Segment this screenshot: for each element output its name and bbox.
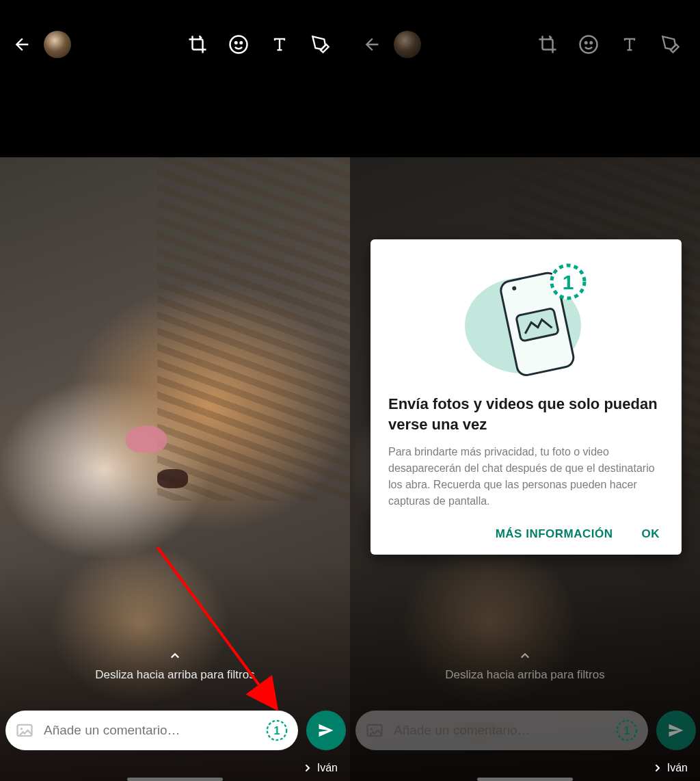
add-media-icon xyxy=(365,721,384,740)
send-button[interactable] xyxy=(306,711,346,750)
add-media-icon[interactable] xyxy=(15,721,34,740)
ok-button[interactable]: OK xyxy=(642,527,660,541)
filters-hint: Desliza hacia arriba para filtros xyxy=(350,648,700,682)
svg-text:1: 1 xyxy=(562,271,574,293)
svg-point-10 xyxy=(591,42,593,44)
svg-text:1: 1 xyxy=(624,724,630,737)
svg-point-12 xyxy=(371,728,373,730)
emoji-sticker-icon[interactable] xyxy=(228,34,249,55)
back-button[interactable] xyxy=(360,32,384,57)
svg-point-8 xyxy=(580,36,597,53)
svg-point-0 xyxy=(230,36,247,53)
nav-handle xyxy=(127,778,223,781)
dialog-title: Envía fotos y videos que solo puedan ver… xyxy=(388,394,664,434)
svg-point-2 xyxy=(241,42,243,44)
crop-rotate-icon[interactable] xyxy=(537,34,558,55)
svg-point-1 xyxy=(235,42,237,44)
view-once-toggle: 1 xyxy=(615,719,638,742)
back-button[interactable] xyxy=(10,32,34,57)
recipient-name: Iván xyxy=(667,762,688,774)
recipient-chip[interactable]: Iván xyxy=(302,762,338,774)
recipient-name: Iván xyxy=(317,762,338,774)
view-once-toggle[interactable]: 1 xyxy=(265,719,288,742)
caption-input[interactable] xyxy=(44,723,256,738)
right-screen: Desliza hacia arriba para filtros 1 Iván xyxy=(350,0,700,781)
editor-toolbar xyxy=(350,0,700,89)
left-screen: Desliza hacia arriba para filtros 1 Iván xyxy=(0,0,350,781)
bottom-bar: 1 xyxy=(350,709,700,752)
caption-input xyxy=(394,723,606,738)
emoji-sticker-icon[interactable] xyxy=(578,34,599,55)
recipient-chip: Iván xyxy=(652,762,688,774)
filters-hint-text: Desliza hacia arriba para filtros xyxy=(95,668,254,682)
svg-point-9 xyxy=(585,42,587,44)
chevron-up-icon xyxy=(167,648,183,664)
send-button xyxy=(656,711,696,750)
filters-hint-text: Desliza hacia arriba para filtros xyxy=(445,668,604,682)
view-once-info-dialog: 1 Envía fotos y videos que solo puedan v… xyxy=(371,239,682,555)
draw-tool-icon[interactable] xyxy=(310,34,331,55)
media-preview[interactable] xyxy=(0,157,350,781)
filters-hint[interactable]: Desliza hacia arriba para filtros xyxy=(0,648,350,682)
draw-tool-icon[interactable] xyxy=(660,34,681,55)
more-info-button[interactable]: MÁS INFORMACIÓN xyxy=(496,527,613,541)
nav-handle xyxy=(477,778,573,781)
svg-point-4 xyxy=(21,728,23,730)
chevron-up-icon xyxy=(517,648,533,664)
text-tool-icon[interactable] xyxy=(269,34,290,55)
chevron-right-icon xyxy=(652,763,663,773)
media-thumbnail[interactable] xyxy=(44,31,71,58)
caption-input-container: 1 xyxy=(355,711,648,750)
crop-rotate-icon[interactable] xyxy=(187,34,208,55)
text-tool-icon[interactable] xyxy=(619,34,640,55)
editor-toolbar xyxy=(0,0,350,89)
dialog-body: Para brindarte más privacidad, tu foto o… xyxy=(388,444,664,509)
chevron-right-icon xyxy=(302,763,313,773)
caption-input-container[interactable]: 1 xyxy=(5,711,298,750)
media-thumbnail[interactable] xyxy=(394,31,421,58)
svg-text:1: 1 xyxy=(274,724,280,737)
bottom-bar: 1 xyxy=(0,709,350,752)
dialog-illustration: 1 xyxy=(388,257,664,380)
